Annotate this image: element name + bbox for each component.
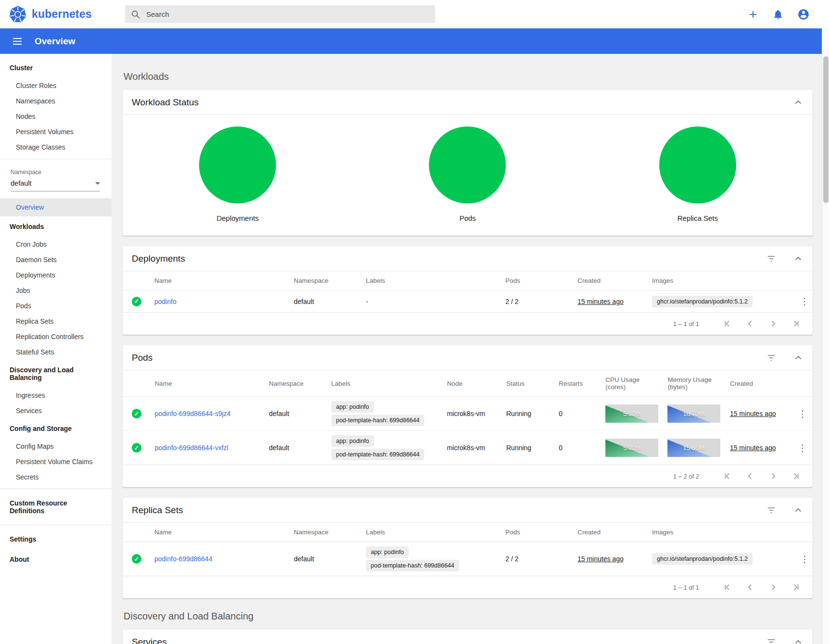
previous-page-button[interactable] <box>744 581 756 593</box>
bell-icon <box>772 9 784 20</box>
cell-labels: - <box>361 290 501 313</box>
pod-link[interactable]: podinfo-699d86644-vxfzl <box>155 444 228 452</box>
cell-status: Running <box>502 397 554 431</box>
table-row: ✓ podinfo-699d86644 default app: podinfo… <box>123 542 815 576</box>
cell-pods: 2 / 2 <box>501 290 573 313</box>
row-menu-button[interactable]: ⋮ <box>794 442 811 455</box>
previous-page-button[interactable] <box>744 317 756 330</box>
sidebar-section-config[interactable]: Config and Storage <box>0 418 112 439</box>
namespace-select[interactable]: default <box>11 179 100 191</box>
sidebar-section-discovery[interactable]: Discovery and Load Balancing <box>0 360 112 388</box>
next-page-button[interactable] <box>767 317 779 330</box>
sidebar-section-cluster[interactable]: Cluster <box>0 58 112 78</box>
sidebar-item-stateful-sets[interactable]: Stateful Sets <box>0 344 112 360</box>
column-header-status <box>123 370 150 397</box>
last-page-button[interactable] <box>790 317 803 330</box>
next-page-button[interactable] <box>767 470 779 482</box>
column-header-status <box>123 271 150 290</box>
create-resource-button[interactable] <box>747 9 759 20</box>
sidebar-item-persistent-volume-claims[interactable]: Persistent Volume Claims <box>0 454 112 469</box>
collapse-card-button[interactable] <box>793 97 804 108</box>
sidebar-divider <box>0 489 112 489</box>
first-page-button[interactable] <box>721 581 733 593</box>
pod-link[interactable]: podinfo-699d86644-s9jz4 <box>155 410 231 417</box>
sidebar-item-replication-controllers[interactable]: Replication Controllers <box>0 329 112 344</box>
first-page-button[interactable] <box>721 317 733 330</box>
menu-button[interactable] <box>12 36 23 47</box>
label-chip: pod-template-hash: 699d86644 <box>331 449 425 460</box>
search-bar[interactable] <box>125 5 435 23</box>
filter-button[interactable] <box>766 353 777 363</box>
last-page-button[interactable] <box>790 470 803 482</box>
sidebar-item-cron-jobs[interactable]: Cron Jobs <box>0 237 112 252</box>
column-header: Labels <box>361 523 501 542</box>
sidebar-item-overview[interactable]: Overview <box>0 198 112 216</box>
kubernetes-home-link[interactable]: kubernetes <box>0 5 112 24</box>
sidebar-item-storage-classes[interactable]: Storage Classes <box>0 139 112 155</box>
filter-button[interactable] <box>766 505 777 516</box>
topbar-actions <box>747 8 829 21</box>
card-title-workload-status: Workload Status <box>132 97 793 108</box>
row-menu-button[interactable]: ⋮ <box>796 295 813 308</box>
scrollbar-thumb[interactable] <box>823 56 829 203</box>
sidebar-item-persistent-volumes[interactable]: Persistent Volumes <box>0 124 112 139</box>
top-bar: kubernetes <box>0 0 829 28</box>
replica-set-link[interactable]: podinfo-699d86644 <box>154 555 213 563</box>
first-page-button[interactable] <box>721 470 733 482</box>
cpu-sparkline: 5.00m <box>605 439 658 457</box>
column-header: Labels <box>327 370 442 397</box>
cell-restarts: 0 <box>554 431 601 465</box>
sidebar-item-cluster-roles[interactable]: Cluster Roles <box>0 78 112 93</box>
sidebar-item-jobs[interactable]: Jobs <box>0 283 112 298</box>
status-ok-icon: ✓ <box>132 297 141 306</box>
notifications-button[interactable] <box>772 9 784 20</box>
sidebar-item-replica-sets[interactable]: Replica Sets <box>0 314 112 329</box>
sidebar-section-workloads[interactable]: Workloads <box>0 216 112 237</box>
row-menu-button[interactable]: ⋮ <box>794 407 811 420</box>
sidebar-item-settings[interactable]: Settings <box>0 529 112 549</box>
column-header: Created <box>573 271 647 290</box>
filter-button[interactable] <box>766 253 777 264</box>
filter-button[interactable] <box>766 637 777 644</box>
sidebar-item-namespaces[interactable]: Namespaces <box>0 93 112 109</box>
collapse-card-button[interactable] <box>793 353 804 363</box>
sidebar-item-nodes[interactable]: Nodes <box>0 109 112 124</box>
pods-card: Pods Name Namespace Labels Node Status R… <box>123 345 813 487</box>
collapse-card-button[interactable] <box>793 637 804 644</box>
column-header: Node <box>442 370 501 397</box>
plus-icon <box>747 9 759 20</box>
sidebar-item-pods[interactable]: Pods <box>0 298 112 314</box>
sidebar-item-secrets[interactable]: Secrets <box>0 469 112 485</box>
chevron-up-icon <box>793 637 804 644</box>
column-header-status <box>123 523 150 542</box>
deployment-link[interactable]: podinfo <box>154 298 176 305</box>
vertical-scrollbar[interactable] <box>822 28 829 644</box>
paginator: 1 – 2 of 2 <box>123 465 813 487</box>
cell-status: Running <box>502 431 554 465</box>
sidebar-item-daemon-sets[interactable]: Daemon Sets <box>0 252 112 267</box>
column-header: Labels <box>361 271 501 290</box>
deployments-donut <box>199 126 276 203</box>
card-title-replica-sets: Replica Sets <box>132 505 766 516</box>
cpu-value: 5.00m <box>605 404 658 423</box>
sidebar-item-deployments[interactable]: Deployments <box>0 267 112 283</box>
sidebar-item-about[interactable]: About <box>0 549 112 569</box>
row-menu-button[interactable]: ⋮ <box>796 553 813 566</box>
sidebar-item-custom-resource-definitions[interactable]: Custom Resource Definitions <box>0 493 112 521</box>
previous-page-button[interactable] <box>744 470 756 482</box>
next-page-button[interactable] <box>767 581 779 593</box>
user-menu-button[interactable] <box>797 8 810 21</box>
sidebar-item-config-maps[interactable]: Config Maps <box>0 439 112 454</box>
collapse-card-button[interactable] <box>793 253 804 264</box>
pods-donut <box>429 126 506 203</box>
last-page-button[interactable] <box>790 581 803 593</box>
chevron-left-icon <box>745 318 755 329</box>
table-row: ✓ podinfo default - 2 / 2 15 minutes ago… <box>123 290 815 313</box>
sidebar-item-services[interactable]: Services <box>0 403 112 418</box>
cell-created: 15 minutes ago <box>730 410 776 417</box>
sidebar-item-ingresses[interactable]: Ingresses <box>0 388 112 403</box>
collapse-card-button[interactable] <box>793 505 804 516</box>
search-input[interactable] <box>145 10 429 19</box>
chevron-up-icon <box>793 353 804 363</box>
memory-value: 16.70Mi <box>667 404 720 423</box>
